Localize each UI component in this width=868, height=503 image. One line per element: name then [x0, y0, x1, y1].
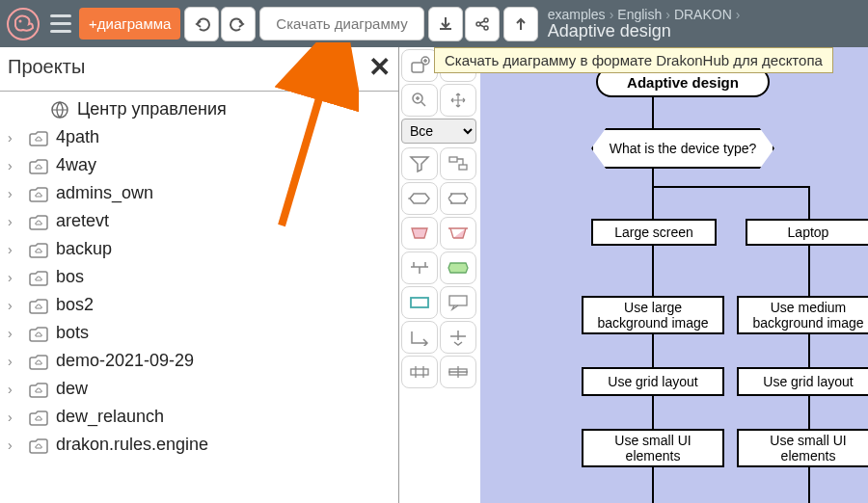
cloud-folder-icon — [27, 408, 50, 427]
sidebar-item-label: backup — [56, 239, 112, 259]
page-title: Adaptive design — [548, 21, 741, 41]
flow-step[interactable]: Use medium background image — [737, 296, 868, 334]
sidebar-title: Проекты — [8, 56, 85, 78]
chevron-right-icon[interactable]: › — [8, 410, 21, 425]
redo-button[interactable] — [221, 7, 256, 41]
shape-hex-left[interactable] — [401, 182, 438, 215]
diagram-canvas[interactable]: Adaptive design What is the device type?… — [480, 47, 868, 503]
filter-select[interactable]: Все — [401, 119, 476, 144]
shape-cross-h2[interactable] — [440, 356, 476, 388]
shape-arrow-down[interactable] — [440, 321, 476, 354]
flow-step[interactable]: Use grid layout — [582, 367, 724, 396]
sidebar-item[interactable]: ›admins_own — [0, 179, 398, 207]
cloud-folder-icon — [27, 128, 50, 147]
logo[interactable] — [4, 5, 42, 43]
flow-question[interactable]: What is the device type? — [591, 128, 774, 169]
flow-step[interactable]: Use large background image — [582, 296, 724, 334]
share-button[interactable] — [465, 7, 500, 41]
chevron-right-icon[interactable]: › — [8, 298, 21, 313]
shape-trap-pink[interactable] — [401, 217, 438, 250]
sidebar-item-label: bos2 — [56, 295, 94, 315]
cloud-folder-icon — [27, 212, 50, 231]
shape-filter[interactable] — [401, 147, 438, 180]
chevron-right-icon[interactable]: › — [8, 158, 21, 173]
upload-button[interactable] — [503, 7, 538, 41]
chevron-right-icon[interactable]: › — [8, 354, 21, 369]
sidebar-item[interactable]: ›bos — [0, 263, 398, 291]
sidebar-item[interactable]: ›demo-2021-09-29 — [0, 347, 398, 375]
tool-zoom-in[interactable] — [401, 84, 438, 117]
sidebar-item-label: dew — [56, 379, 88, 399]
sidebar-item-label: bots — [56, 323, 89, 343]
flow-branch-header[interactable]: Laptop — [746, 219, 868, 246]
shape-l-connector[interactable] — [401, 321, 438, 354]
breadcrumb: examples› English› DRAKON› — [548, 7, 741, 22]
svg-rect-13 — [411, 369, 428, 375]
svg-point-1 — [19, 19, 22, 22]
sidebar-item[interactable]: ›4way — [0, 151, 398, 179]
sidebar-item[interactable]: ›drakon.rules.engine — [0, 431, 398, 459]
cloud-folder-icon — [27, 156, 50, 175]
chevron-right-icon[interactable]: › — [8, 326, 21, 341]
download-icon-button[interactable] — [428, 7, 463, 41]
cloud-folder-icon — [27, 380, 50, 399]
sidebar-item[interactable]: Центр управления — [0, 95, 398, 123]
add-diagram-button[interactable]: +диаграмма — [79, 8, 180, 40]
svg-rect-10 — [459, 165, 467, 170]
undo-button[interactable] — [184, 7, 219, 41]
sidebar-item[interactable]: ›4path — [0, 123, 398, 151]
sidebar-item[interactable]: ›aretevt — [0, 207, 398, 235]
chevron-right-icon[interactable]: › — [8, 382, 21, 397]
shape-connector[interactable] — [401, 252, 438, 284]
shape-callout[interactable] — [440, 286, 476, 319]
svg-rect-11 — [411, 298, 428, 307]
svg-point-3 — [484, 18, 488, 22]
sidebar-item-label: 4path — [56, 127, 99, 147]
breadcrumb-part[interactable]: English — [617, 7, 662, 22]
chevron-right-icon[interactable]: › — [8, 186, 21, 201]
sidebar-item[interactable]: ›bots — [0, 319, 398, 347]
chevron-right-icon[interactable]: › — [8, 130, 21, 146]
flow-branch-header[interactable]: Large screen — [591, 219, 717, 246]
shape-branch[interactable] — [440, 147, 476, 180]
shape-cross-h[interactable] — [401, 356, 438, 388]
shape-green[interactable] — [440, 252, 476, 284]
flow-step[interactable]: Use small UI elements — [737, 429, 868, 467]
flow-step[interactable]: Use small UI elements — [582, 429, 724, 467]
svg-point-2 — [476, 22, 480, 26]
sidebar-item[interactable]: ›dew — [0, 375, 398, 403]
sidebar-item-label: Центр управления — [77, 99, 227, 119]
sidebar-item-label: admins_own — [56, 183, 153, 203]
tooltip: Скачать диаграмму в формате DrakonHub дл… — [434, 47, 833, 73]
globe-icon — [48, 100, 71, 119]
chevron-right-icon[interactable]: › — [8, 242, 21, 257]
chevron-right-icon[interactable]: › — [8, 437, 21, 453]
svg-rect-6 — [412, 63, 423, 72]
sidebar-item[interactable]: ›bos2 — [0, 291, 398, 319]
cloud-folder-icon — [27, 324, 50, 343]
close-icon[interactable]: ✕ — [368, 51, 391, 83]
sidebar-item[interactable]: ›backup — [0, 235, 398, 263]
tool-pan[interactable] — [440, 84, 476, 117]
cloud-folder-icon — [27, 296, 50, 315]
tool-add-node[interactable] — [401, 49, 438, 82]
shape-rect-teal[interactable] — [401, 286, 438, 319]
sidebar-item-label: demo-2021-09-29 — [56, 351, 194, 371]
chevron-right-icon[interactable]: › — [8, 214, 21, 229]
sidebar-item-label: dew_relaunch — [56, 407, 164, 427]
flow-step[interactable]: Use grid layout — [737, 367, 868, 396]
breadcrumb-part[interactable]: examples — [548, 7, 606, 22]
download-diagram-button[interactable]: Скачать диаграмму — [259, 7, 423, 40]
sidebar-item[interactable]: ›dew_relaunch — [0, 403, 398, 431]
shape-hex-bar[interactable] — [440, 182, 476, 215]
menu-burger[interactable] — [46, 10, 75, 39]
chevron-right-icon[interactable]: › — [8, 270, 21, 285]
sidebar-item-label: drakon.rules.engine — [56, 435, 208, 455]
breadcrumb-part[interactable]: DRAKON — [674, 7, 732, 22]
svg-rect-9 — [449, 157, 457, 162]
svg-point-4 — [484, 26, 488, 30]
shape-trap-pink2[interactable] — [440, 217, 476, 250]
cloud-folder-icon — [27, 184, 50, 203]
sidebar-item-label: bos — [56, 267, 84, 287]
cloud-folder-icon — [27, 240, 50, 259]
